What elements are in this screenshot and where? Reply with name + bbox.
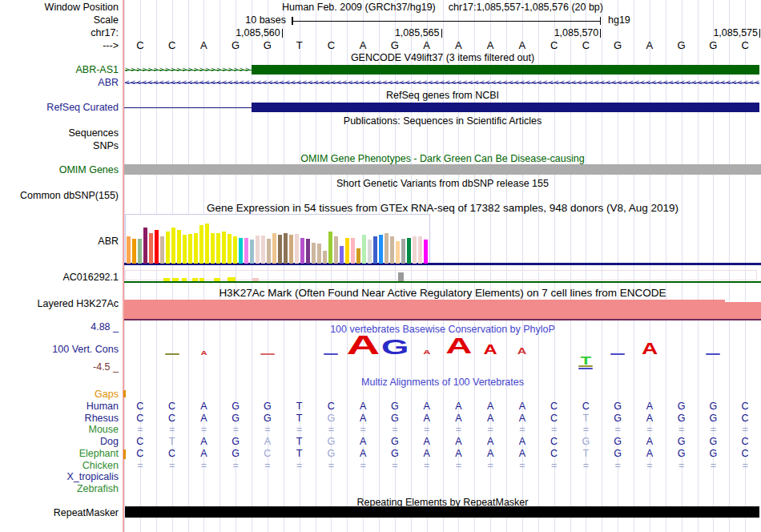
refseq-exon-box[interactable] [252, 103, 759, 112]
gtex-tissue-bar[interactable] [362, 235, 366, 264]
species-label-zebrafish[interactable]: Zebrafish [0, 483, 119, 494]
gtex-tissue-bar[interactable] [183, 235, 187, 264]
species-label-rhesus[interactable]: Rhesus [0, 413, 119, 424]
gtex-tissue-bar[interactable] [272, 233, 276, 264]
gene-label-abr-as1[interactable]: ABR-AS1 [0, 64, 119, 75]
gtex-tissue-bar[interactable] [149, 233, 153, 264]
gtex-tissue-bar[interactable] [177, 230, 181, 264]
gtex-tissue-bar[interactable] [127, 236, 131, 264]
gtex-tissue-bar[interactable] [188, 234, 192, 264]
gtex-tissue-bar[interactable] [216, 233, 220, 264]
gtex-tissue-bar[interactable] [334, 236, 338, 264]
abr-strand-arrows[interactable]: <<<<<<<<<<<<<<<<<<<<<<<<<<<<<<<<<<<<<<<<… [125, 78, 759, 87]
gtex-tissue-bar[interactable] [256, 236, 260, 264]
gtex-tissue-bar[interactable] [211, 233, 215, 264]
gtex-tissue-bar[interactable] [194, 233, 198, 264]
gtex-tissue-bar[interactable] [328, 232, 332, 264]
gtex-tissue-bar[interactable] [317, 244, 321, 264]
gtex-tissue-bar[interactable] [261, 236, 265, 264]
gtex-tissue-bar[interactable] [295, 234, 299, 264]
gtex-tissue-bar[interactable] [205, 224, 209, 264]
ac016292-tick[interactable] [182, 278, 187, 281]
gtex-gene-label[interactable]: ABR [0, 236, 119, 247]
gtex-tissue-bar[interactable] [284, 233, 288, 264]
gtex-tissue-bar[interactable] [199, 225, 203, 264]
layered-h3k27ac-label[interactable]: Layered H3K27Ac [0, 298, 119, 309]
ac016292-tick[interactable] [172, 278, 179, 281]
gtex-tissue-bar[interactable] [138, 239, 142, 264]
gtex-tissue-bar[interactable] [424, 240, 428, 264]
gtex-tissue-bar[interactable] [418, 236, 422, 264]
species-label-human[interactable]: Human [0, 401, 119, 412]
gtex-tissue-bar[interactable] [312, 243, 316, 264]
species-label-dog[interactable]: Dog [0, 436, 119, 447]
gtex-tissue-bar[interactable] [396, 241, 400, 264]
gtex-tissue-bar[interactable] [239, 238, 243, 264]
refseq-curated-label[interactable]: RefSeq Curated [0, 102, 119, 113]
gtex-tissue-bar[interactable] [244, 238, 248, 264]
gtex-tissue-bar[interactable] [222, 232, 226, 264]
refseq-intron-line[interactable] [124, 107, 252, 109]
gtex-tissue-bar[interactable] [300, 238, 304, 264]
gtex-tissue-bar[interactable] [340, 246, 344, 264]
gtex-tissue-bar[interactable] [132, 239, 136, 264]
gtex-tissue-bar[interactable] [250, 240, 254, 264]
gtex-tissue-bar[interactable] [160, 236, 164, 264]
ac016292-tick[interactable] [163, 278, 170, 281]
abr-as1-strand-arrows[interactable]: >>>>>>>>>>>>>>>>>>>>>> [125, 65, 252, 75]
gtex-tissue-bar[interactable] [390, 236, 394, 264]
ac016292-tick[interactable] [199, 278, 204, 281]
aligned-base: G [674, 436, 690, 447]
species-label-gaps[interactable]: Gaps [0, 389, 119, 400]
gtex-tissue-bar[interactable] [166, 232, 170, 264]
gtex-tissue-bar[interactable] [385, 233, 389, 264]
common-dbsnp-label[interactable]: Common dbSNP(155) [0, 190, 119, 201]
sequences-label[interactable]: Sequences [0, 127, 119, 139]
gtex-tissue-bar[interactable] [345, 238, 349, 264]
ac016292-label[interactable]: AC016292.1 [0, 272, 119, 283]
gtex-tissue-bar[interactable] [278, 235, 282, 264]
repeatmasker-element-bar[interactable] [125, 506, 759, 518]
gtex-tissue-bar[interactable] [379, 235, 383, 264]
snps-label[interactable]: SNPs [0, 140, 119, 151]
species-label-chicken[interactable]: Chicken [0, 460, 119, 471]
gtex-tissue-bar[interactable] [171, 228, 175, 264]
ac016292-tick[interactable] [192, 278, 198, 281]
abr-as1-exon-box[interactable] [252, 65, 759, 75]
gtex-tissue-bar[interactable] [368, 240, 372, 264]
omim-gene-bar[interactable] [124, 164, 761, 175]
gtex-tissue-bar[interactable] [289, 235, 293, 264]
gtex-tissue-bar[interactable] [356, 248, 360, 264]
gtex-tissue-bar[interactable] [233, 236, 237, 264]
ac016292-tick[interactable] [227, 277, 236, 281]
aligned-base: = [642, 424, 658, 435]
species-label-elephant[interactable]: Elephant [0, 448, 119, 459]
gtex-tissue-bar[interactable] [373, 236, 377, 264]
gtex-tissue-bar[interactable] [407, 238, 411, 264]
ac016292-tick[interactable] [214, 278, 220, 281]
omim-genes-label[interactable]: OMIM Genes [0, 164, 119, 175]
gtex-tissue-bar[interactable] [306, 239, 310, 264]
repeatmasker-label[interactable]: RepeatMasker [0, 507, 119, 518]
ac016292-tick[interactable] [398, 272, 404, 281]
vert-cons-label[interactable]: 100 Vert. Cons [0, 344, 119, 355]
aligned-base: = [419, 460, 435, 471]
species-label-mouse[interactable]: Mouse [0, 424, 119, 435]
window-position-value: Human Feb. 2009 (GRCh37/hg19) chr17:1,08… [124, 2, 761, 13]
aligned-base: G [387, 401, 403, 412]
gtex-tissue-bar[interactable] [413, 236, 417, 264]
gtex-tissue-bar[interactable] [401, 239, 405, 264]
aligned-base: = [323, 460, 339, 471]
ac016292-tick[interactable] [252, 278, 259, 281]
gene-label-abr[interactable]: ABR [0, 77, 119, 88]
gtex-tissue-bar[interactable] [227, 234, 232, 264]
ac016292-line[interactable] [124, 281, 761, 284]
h3k27ac-signal-right[interactable] [725, 302, 761, 319]
gtex-tissue-bar[interactable] [155, 230, 159, 264]
gtex-tissue-bar[interactable] [351, 238, 355, 264]
gtex-tissue-bar[interactable] [143, 228, 147, 264]
gtex-tissue-bar[interactable] [323, 251, 327, 264]
gtex-tissue-bar[interactable] [267, 239, 271, 264]
h3k27ac-signal-main[interactable] [124, 300, 725, 319]
species-label-x_tropicalis[interactable]: X_tropicalis [0, 471, 119, 482]
